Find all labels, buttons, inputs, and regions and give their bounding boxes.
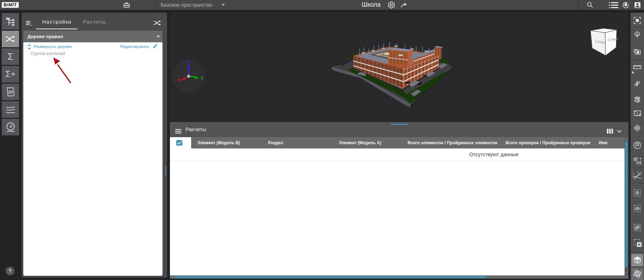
svg-text:Y: Y (201, 76, 203, 81)
svg-text:2: 2 (637, 171, 639, 174)
svg-text:Сзади: Сзади (608, 37, 618, 42)
svg-text:2D: 2D (8, 90, 13, 94)
svg-text:S: S (633, 157, 637, 162)
svg-text:1: 1 (633, 172, 634, 175)
svg-text:Z: Z (187, 60, 190, 65)
svg-text:X: X (177, 78, 180, 83)
